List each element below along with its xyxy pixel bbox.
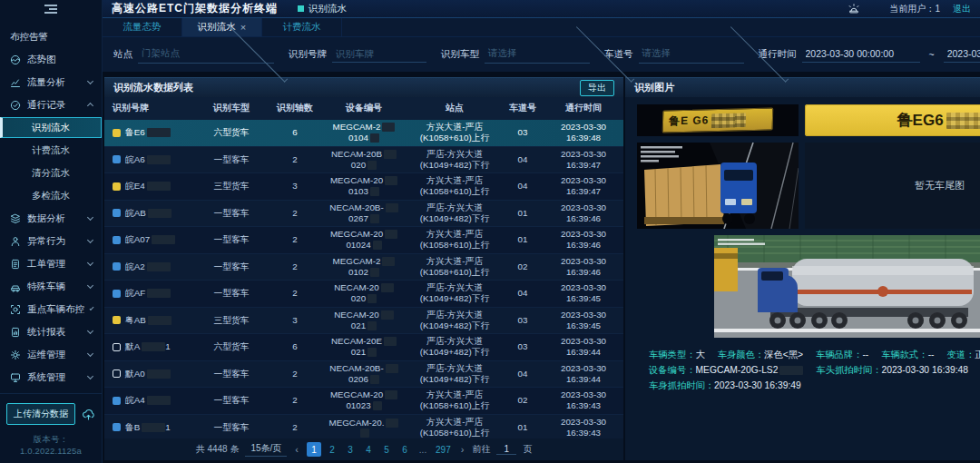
table-row[interactable]: 皖A2一型客车2MEGCAM-20102方兴大道-严店(K1058+610)上行… bbox=[104, 254, 623, 281]
chevron-down-icon bbox=[87, 78, 93, 84]
time-from-input[interactable] bbox=[806, 48, 897, 59]
body-capture-time-label: 车身抓拍时间： bbox=[649, 380, 714, 390]
next-page-arrow[interactable]: › bbox=[459, 444, 466, 455]
total-count-label: 共 4448 条 bbox=[196, 443, 240, 456]
tab-label: 流量态势 bbox=[123, 21, 162, 34]
sidebar-item[interactable]: 统计报表 bbox=[0, 320, 102, 343]
time-cell: 2023-03-30 16:39:45 bbox=[544, 310, 623, 331]
vehicle-front-photo[interactable] bbox=[637, 143, 799, 229]
table-row[interactable]: 粤AB三型货车3NECAM-20021严店-方兴大道(K1049+482)下行0… bbox=[104, 308, 623, 335]
device-number-cell: MEGCAM-2001023 bbox=[320, 389, 407, 411]
page-number[interactable]: 6 bbox=[397, 442, 412, 457]
chevron-down-icon bbox=[90, 306, 94, 310]
sidebar-item[interactable]: 运维管理 bbox=[0, 343, 102, 366]
sidebar-item[interactable]: 异常行为 bbox=[0, 230, 102, 252]
plate-filter: 识别号牌 bbox=[289, 46, 426, 63]
station-select[interactable]: 门架站点 bbox=[138, 45, 274, 64]
table-row[interactable]: 皖AF一型客车2NECAM-20020严店-方兴大道(K1049+482)下行0… bbox=[104, 281, 623, 308]
axle-count-cell: 2 bbox=[270, 422, 320, 433]
plate-cell: 默A0 bbox=[104, 369, 193, 379]
redacted-text bbox=[370, 214, 379, 223]
export-button[interactable]: 导出 bbox=[580, 80, 614, 96]
sidebar-item-label: 统计报表 bbox=[27, 326, 65, 339]
table-row[interactable]: 皖AB一型客车2NECAM-20B-0267严店-方兴大道(K1049+482)… bbox=[104, 201, 623, 228]
lane-cell: 04 bbox=[502, 288, 544, 299]
station-cell: 方兴大道-严店(K1058+610)上行 bbox=[407, 122, 502, 143]
vehicle-type-value: 大 bbox=[695, 350, 704, 360]
plate-cell: 皖A07 bbox=[104, 234, 193, 245]
vehicle-type-cell: 一型客车 bbox=[193, 369, 270, 379]
tab-active[interactable]: 识别流水× bbox=[182, 18, 262, 36]
sidebar-item-label: 异常行为 bbox=[27, 235, 65, 248]
sidebar-item[interactable]: 态势图 bbox=[0, 48, 102, 71]
page-number[interactable]: 297 bbox=[434, 442, 453, 457]
body-color-label: 车身颜色： bbox=[718, 350, 764, 360]
sidebar-item[interactable]: 特殊车辆 bbox=[0, 275, 102, 298]
plate-input[interactable] bbox=[336, 48, 426, 59]
table-row[interactable]: 鲁E6六型货车6MEGCAM-20104方兴大道-严店(K1058+610)上行… bbox=[104, 120, 623, 147]
active-module-label: 识别流水 bbox=[309, 3, 347, 15]
sidebar-footer: 上传清分数据 版本号：1.0.2022.1125a bbox=[0, 393, 102, 463]
column-header: 识别车型 bbox=[193, 103, 270, 114]
sidebar-subitem[interactable]: 计费流水 bbox=[0, 139, 102, 162]
prev-page-arrow[interactable]: ‹ bbox=[293, 444, 300, 455]
page-number[interactable]: 3 bbox=[343, 442, 358, 457]
pagination-bar: 共 4448 条 15条/页 ‹ 123456...297 › 前往 页 bbox=[104, 438, 623, 460]
sidebar-item-label: 重点车辆布控 bbox=[27, 303, 84, 316]
page-number[interactable]: 5 bbox=[379, 442, 394, 457]
menu-collapse-icon[interactable] bbox=[44, 5, 57, 14]
time-cell: 2023-03-30 16:39:46 bbox=[544, 229, 623, 251]
vehicle-side-photo[interactable] bbox=[714, 235, 980, 338]
goto-page-input[interactable] bbox=[496, 444, 516, 455]
sidebar-item[interactable]: 数据分析 bbox=[0, 207, 102, 230]
table-row[interactable]: 默A1六型货车6NECAM-20E021严店-方兴大道(K1049+482)下行… bbox=[104, 334, 623, 361]
axle-count-cell: 2 bbox=[270, 154, 320, 165]
upload-cloud-icon[interactable] bbox=[82, 408, 95, 421]
per-page-select[interactable]: 15条/页 bbox=[245, 442, 287, 457]
lane-cell: 04 bbox=[502, 181, 544, 192]
sidebar-subitem[interactable]: 清分流水 bbox=[0, 162, 102, 184]
sidebar-item[interactable]: 系统管理 bbox=[0, 366, 102, 389]
logout-link[interactable]: 退出 bbox=[953, 3, 971, 15]
lane-select[interactable]: 请选择 bbox=[639, 45, 744, 64]
time-cell: 2023-03-30 16:39:43 bbox=[544, 389, 623, 411]
lane-cell: 01 bbox=[502, 234, 544, 245]
sidebar-item[interactable]: 通行记录 bbox=[0, 94, 102, 116]
tab-item[interactable]: 计费流水 bbox=[262, 18, 342, 36]
images-panel-body: 鲁E G6 鲁EG6 bbox=[625, 97, 980, 460]
sidebar-item[interactable]: 流量分析 bbox=[0, 71, 102, 94]
sidebar-subitem[interactable]: 多检流水 bbox=[0, 184, 102, 207]
style-value: -- bbox=[928, 350, 935, 360]
close-icon[interactable]: × bbox=[240, 23, 246, 33]
sidebar-subitem[interactable]: 识别流水 bbox=[0, 117, 102, 138]
redacted-text bbox=[147, 155, 171, 164]
page-number[interactable]: 4 bbox=[361, 442, 376, 457]
table-row[interactable]: 默A0一型客车2NECAM-20B-0206严店-方兴大道(K1049+482)… bbox=[104, 361, 623, 389]
abnormal-behavior-icon bbox=[10, 236, 21, 247]
redacted-text bbox=[370, 375, 379, 384]
table-row[interactable]: 皖A07一型客车2MEGCAM-2001024方兴大道-严店(K1058+610… bbox=[104, 227, 623, 254]
table-row[interactable]: 皖E4三型货车3MEGCAM-200103方兴大道-严店(K1058+610)上… bbox=[104, 173, 623, 201]
page-number[interactable]: 2 bbox=[325, 442, 339, 457]
page-number-list: 123456...297 bbox=[307, 442, 453, 457]
alarm-siren-icon[interactable] bbox=[848, 3, 860, 15]
table-row[interactable]: 皖A4一型客车2MEGCAM-2001023方兴大道-严店(K1058+610)… bbox=[104, 388, 623, 415]
vehicle-type-cell: 一型客车 bbox=[193, 261, 270, 272]
vehicle-type-select[interactable]: 请选择 bbox=[485, 45, 590, 64]
device-number-cell: MEGCAM-2001024 bbox=[320, 229, 407, 251]
sidebar-item[interactable]: 重点车辆布控 bbox=[0, 298, 102, 320]
page-number[interactable]: 1 bbox=[307, 442, 321, 457]
table-row[interactable]: 皖A6一型客车2NECAM-20B020严店-方兴大道(K1049+482)下行… bbox=[104, 147, 623, 174]
plate-photo[interactable]: 鲁E G6 bbox=[637, 104, 799, 136]
station-cell: 严店-方兴大道(K1049+482)下行 bbox=[407, 282, 502, 304]
sidebar-item[interactable]: 布控告警 bbox=[0, 25, 102, 48]
time-to-input[interactable] bbox=[947, 48, 980, 59]
tab-item[interactable]: 流量态势 bbox=[103, 18, 182, 36]
plate-cell: 皖E4 bbox=[104, 181, 193, 192]
station-cell: 严店-方兴大道(K1049+482)下行 bbox=[407, 202, 502, 224]
system-icon bbox=[10, 372, 21, 383]
sidebar-item[interactable]: 工单管理 bbox=[0, 252, 102, 275]
vehicle-type-cell: 一型客车 bbox=[193, 154, 270, 165]
upload-clearing-data-button[interactable]: 上传清分数据 bbox=[6, 403, 75, 425]
table-row[interactable]: 鲁B1一型客车2MEGCAM-20.方兴大道-严店(K1058+610)上行01… bbox=[104, 415, 623, 439]
